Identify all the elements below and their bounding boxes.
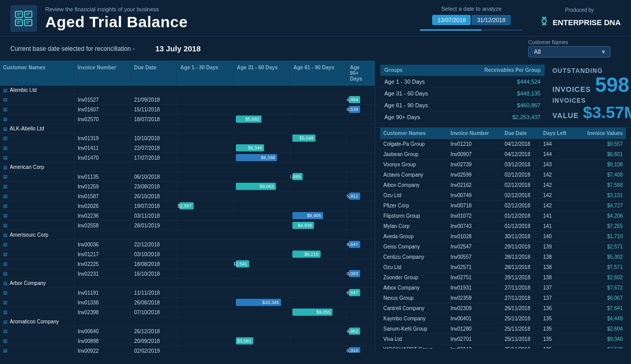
row-icon[interactable]: ▤	[3, 107, 8, 112]
table-row: ▤ Inv02225 18/08/2018 $2,541	[0, 259, 375, 269]
row-icon[interactable]: ▤	[3, 329, 8, 334]
row-icon[interactable]: ▤	[3, 155, 8, 160]
customer-names-block: Customer Names All Specific Customer ▼	[528, 40, 610, 58]
bt-value: $7,255	[576, 221, 626, 232]
expand-icon[interactable]: ▤	[3, 319, 8, 324]
row-icon[interactable]: ▤	[3, 242, 8, 247]
bt-value: $6,067	[576, 293, 626, 303]
bar-cell-5	[290, 205, 347, 207]
table-row: ▤ American Corp	[0, 163, 375, 172]
row-icon[interactable]: ▤	[3, 261, 8, 266]
bar-cell-3	[177, 292, 234, 294]
row-icon[interactable]: ▤	[3, 174, 8, 179]
bar-cell-6: $5,911	[347, 191, 362, 201]
bt-due-date: 28/11/2018	[502, 262, 540, 273]
due-date-cell: 06/10/2018	[131, 173, 177, 181]
group-row: Age 1 - 30 Days$444,524	[380, 76, 545, 88]
row-icon[interactable]: ▤	[3, 97, 8, 102]
amount-bar: $5,911	[349, 193, 360, 200]
row-icon[interactable]: ▤	[3, 213, 8, 218]
invoice-num-cell: Inv00922	[75, 347, 131, 353]
bt-days: 135	[540, 344, 576, 349]
bt-days: 144	[540, 139, 576, 149]
table-row: ▤ Inv02558 28/01/2019 $4,939	[0, 221, 375, 231]
row-icon[interactable]: ▤	[3, 117, 8, 122]
bar-cell-4: $3,581	[234, 336, 290, 346]
date-slider[interactable]	[420, 28, 523, 31]
col-age90: Age 90+ Days	[347, 63, 362, 84]
bt-value: $2,602	[576, 273, 626, 283]
bt-invoice: Inv00907	[448, 149, 502, 160]
table-row: ▤ Inv01319 10/10/2018 $5,049	[0, 133, 375, 143]
bt-days: 141	[540, 211, 576, 221]
customer-names-select[interactable]: All Specific Customer	[528, 46, 610, 58]
bt-customer: WOCKHARDT Group	[380, 344, 448, 349]
bt-days: 142	[540, 170, 576, 180]
row-icon[interactable]: ▤	[3, 223, 8, 228]
bar-cell-3	[177, 108, 234, 110]
expand-icon[interactable]: ▤	[3, 281, 8, 286]
subheader: Current base date selected for reconcili…	[0, 36, 631, 61]
row-icon[interactable]: ▤	[3, 348, 8, 353]
row-icon[interactable]: ▤	[3, 184, 8, 189]
row-icon[interactable]: ▤	[3, 271, 8, 276]
bt-value: $6,601	[576, 149, 626, 160]
expand-icon[interactable]: ▤	[3, 88, 8, 93]
table-body[interactable]: ▤ Alembic Ltd ▤ Inv01527 21/09/2018 $4,4…	[0, 86, 375, 353]
date-btn-2[interactable]: 31/12/2018	[472, 15, 510, 25]
row-icon[interactable]: ▤	[3, 194, 8, 199]
table-row: ▤ Inv01338 26/08/2018 $10,345	[0, 298, 375, 308]
value-label: VALUE	[552, 111, 579, 120]
bt-invoice: Inv01210	[448, 139, 502, 149]
bottom-col-header: Due Date	[502, 128, 540, 139]
amount-bar: $9,055	[292, 309, 332, 316]
bar-cell-6	[347, 205, 362, 207]
bar-cell-6	[347, 311, 362, 313]
bt-days: 141	[540, 221, 576, 232]
bar-cell-3	[177, 253, 234, 255]
main-content: Customer Names Invoice Number Due Date A…	[0, 61, 631, 353]
bottom-table-wrap[interactable]: Customer NamesInvoice NumberDue DateDays…	[380, 128, 626, 349]
customer-cell: ▤	[0, 221, 75, 229]
bt-customer: Aibox Company	[380, 283, 448, 293]
customer-cell: ▤	[0, 134, 75, 142]
invoices-count: 598	[595, 74, 629, 95]
col-age31: Age 31 - 60 Days	[234, 63, 290, 84]
right-top: Groups Receivables Per Group Age 1 - 30 …	[375, 61, 631, 128]
bar-cell-4	[234, 330, 290, 332]
customer-cell: ▤	[0, 105, 75, 113]
amount-bar: $5,049	[292, 135, 316, 142]
date-btn-1[interactable]: 13/07/2018	[432, 15, 471, 25]
bar-cell-3	[177, 118, 234, 120]
bar-cell-5: $1,689	[290, 172, 347, 181]
row-icon[interactable]: ▤	[3, 310, 8, 315]
row-icon[interactable]: ▤	[3, 145, 8, 150]
row-icon[interactable]: ▤	[3, 300, 8, 305]
expand-icon[interactable]: ▤	[3, 165, 8, 170]
row-icon[interactable]: ▤	[3, 136, 8, 141]
bt-due-date: 26/11/2018	[502, 303, 540, 314]
row-icon[interactable]: ▤	[3, 203, 8, 208]
row-icon[interactable]: ▤	[3, 338, 8, 343]
bt-days: 138	[540, 273, 576, 283]
customer-names-select-wrap[interactable]: All Specific Customer ▼	[528, 46, 610, 58]
due-date-cell: 03/11/2018	[131, 212, 177, 220]
amount-bar: $9,338	[236, 154, 277, 161]
expand-icon[interactable]: ▤	[3, 233, 8, 238]
expand-icon[interactable]: ▤	[3, 126, 8, 131]
bt-invoice: Inv02599	[448, 170, 502, 180]
bt-days: 143	[540, 160, 576, 170]
left-panel: Customer Names Invoice Number Due Date A…	[0, 61, 375, 353]
age61-cell	[290, 128, 347, 130]
svg-rect-1	[25, 11, 32, 17]
row-icon[interactable]: ▤	[3, 252, 8, 257]
bt-customer: Aibox Company	[380, 180, 448, 190]
row-icon[interactable]: ▤	[3, 290, 8, 295]
group-row: Age 90+ Days$2,253,437	[380, 111, 545, 123]
age61-cell	[290, 282, 347, 284]
invoice-cell	[75, 282, 131, 285]
bar-cell-4	[234, 243, 290, 245]
due-date-cell: 17/07/2018	[131, 154, 177, 162]
amount-bar: $5,682	[236, 116, 262, 123]
age1-cell	[177, 282, 234, 284]
